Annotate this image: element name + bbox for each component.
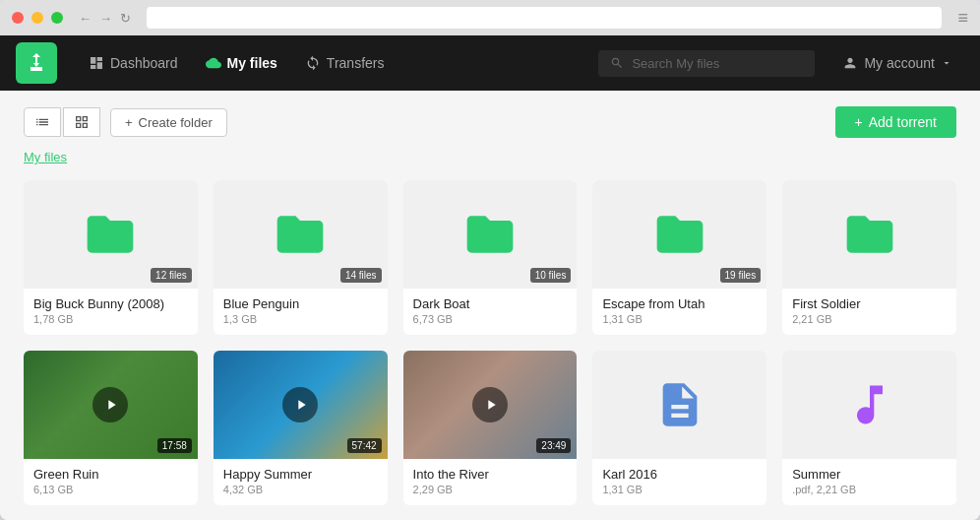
cloud-icon: [206, 55, 221, 71]
file-info: Green Ruin 6,13 GB: [24, 459, 198, 505]
music-thumb: [782, 351, 956, 459]
file-info: First Soldier 2,21 GB: [782, 289, 956, 335]
file-count-badge: 19 files: [720, 268, 762, 283]
file-info: Dark Boat 6,73 GB: [403, 289, 578, 335]
play-button[interactable]: [472, 387, 508, 422]
nav-dashboard[interactable]: Dashboard: [77, 47, 190, 79]
toolbar: + Create folder + Add torrent: [24, 106, 956, 138]
document-icon: [654, 379, 705, 430]
file-size: .pdf, 2,21 GB: [792, 484, 947, 495]
file-count-badge: 14 files: [340, 268, 382, 283]
video-thumb: 17:58: [24, 351, 198, 459]
create-folder-label: Create folder: [139, 115, 213, 130]
play-button[interactable]: [282, 387, 318, 422]
video-thumb: 23:49: [403, 351, 578, 459]
file-info: Blue Penguin 1,3 GB: [214, 289, 388, 335]
chevron-down-icon: [941, 57, 952, 69]
account-menu[interactable]: My account: [830, 47, 964, 79]
list-view-button[interactable]: [24, 107, 61, 137]
folder-icon: [462, 207, 518, 262]
file-info: Happy Summer 4,32 GB: [214, 459, 388, 505]
file-card-f6[interactable]: 17:58 Green Ruin 6,13 GB: [24, 351, 198, 505]
transfers-icon: [305, 55, 321, 71]
browser-window: ← → ↻ ≡ Dashboard My files: [0, 0, 980, 520]
grid-icon: [74, 114, 90, 130]
file-name: Blue Penguin: [223, 296, 378, 311]
forward-button[interactable]: →: [99, 11, 112, 26]
file-size: 1,31 GB: [602, 484, 757, 495]
dashboard-label: Dashboard: [110, 55, 178, 71]
refresh-button[interactable]: ↻: [120, 11, 131, 26]
search-input[interactable]: [632, 56, 803, 71]
folder-thumb: 19 files: [592, 180, 766, 289]
breadcrumb[interactable]: My files: [24, 150, 956, 164]
play-button[interactable]: [92, 387, 128, 422]
file-name: Dark Boat: [413, 296, 568, 311]
grid-view-button[interactable]: [63, 107, 100, 137]
transfers-label: Transfers: [327, 55, 385, 71]
add-torrent-button[interactable]: + Add torrent: [835, 106, 956, 138]
file-size: 1,31 GB: [602, 313, 757, 325]
nav-myfiles[interactable]: My files: [194, 47, 289, 79]
file-size: 6,13 GB: [33, 484, 188, 495]
browser-menu-icon[interactable]: ≡: [957, 9, 968, 27]
nav-transfers[interactable]: Transfers: [293, 47, 397, 79]
list-icon: [34, 114, 50, 130]
files-grid: 12 files Big Buck Bunny (2008) 1,78 GB 1…: [24, 180, 956, 505]
file-info: Escape from Utah 1,31 GB: [592, 289, 766, 335]
back-button[interactable]: ←: [79, 11, 92, 26]
file-name: Happy Summer: [223, 467, 378, 482]
folder-thumb: [782, 180, 956, 289]
file-card-f1[interactable]: 12 files Big Buck Bunny (2008) 1,78 GB: [24, 180, 198, 335]
folder-icon: [652, 207, 707, 262]
logo[interactable]: [16, 42, 57, 84]
myfiles-label: My files: [227, 55, 277, 71]
browser-chrome: ← → ↻ ≡: [0, 0, 980, 35]
file-name: Karl 2016: [602, 467, 757, 482]
file-size: 4,32 GB: [223, 484, 378, 495]
folder-thumb: 10 files: [403, 180, 578, 289]
video-duration: 23:49: [536, 438, 571, 453]
video-thumb: 57:42: [214, 351, 388, 459]
video-duration: 57:42: [347, 438, 382, 453]
file-card-f2[interactable]: 14 files Blue Penguin 1,3 GB: [214, 180, 388, 335]
file-card-f3[interactable]: 10 files Dark Boat 6,73 GB: [403, 180, 578, 335]
file-size: 1,3 GB: [223, 313, 378, 325]
folder-icon: [842, 207, 897, 262]
play-icon: [293, 397, 309, 413]
file-info: Big Buck Bunny (2008) 1,78 GB: [24, 289, 198, 335]
file-name: Escape from Utah: [602, 296, 757, 311]
nav-links: Dashboard My files Transfers: [77, 47, 582, 79]
file-info: Summer .pdf, 2,21 GB: [782, 459, 956, 505]
navbar: Dashboard My files Transfers: [0, 35, 980, 91]
dashboard-icon: [89, 55, 104, 71]
account-icon: [842, 55, 858, 71]
file-card-f8[interactable]: 23:49 Into the River 2,29 GB: [403, 351, 578, 505]
file-name: First Soldier: [792, 296, 947, 311]
address-bar[interactable]: [147, 7, 942, 29]
file-count-badge: 10 files: [530, 268, 572, 283]
toolbar-left: + Create folder: [24, 107, 227, 137]
maximize-dot[interactable]: [51, 12, 63, 24]
folder-icon: [273, 207, 328, 262]
plus-icon: +: [855, 114, 863, 130]
file-card-f5[interactable]: First Soldier 2,21 GB: [782, 180, 956, 335]
file-name: Summer: [792, 467, 947, 482]
play-icon: [103, 397, 119, 413]
search-box[interactable]: [598, 50, 815, 77]
file-card-f9[interactable]: Karl 2016 1,31 GB: [592, 351, 766, 505]
file-name: Big Buck Bunny (2008): [33, 296, 188, 311]
file-card-f10[interactable]: Summer .pdf, 2,21 GB: [782, 351, 956, 505]
plus-sign: +: [125, 115, 133, 130]
folder-icon: [83, 207, 138, 262]
minimize-dot[interactable]: [31, 12, 43, 24]
music-icon: [844, 379, 895, 430]
close-dot[interactable]: [12, 12, 24, 24]
add-torrent-label: Add torrent: [869, 114, 937, 130]
account-label: My account: [864, 55, 935, 71]
file-count-badge: 12 files: [151, 268, 192, 283]
create-folder-button[interactable]: + Create folder: [110, 108, 227, 137]
file-card-f4[interactable]: 19 files Escape from Utah 1,31 GB: [592, 180, 766, 335]
file-card-f7[interactable]: 57:42 Happy Summer 4,32 GB: [214, 351, 388, 505]
video-duration: 17:58: [157, 438, 192, 453]
